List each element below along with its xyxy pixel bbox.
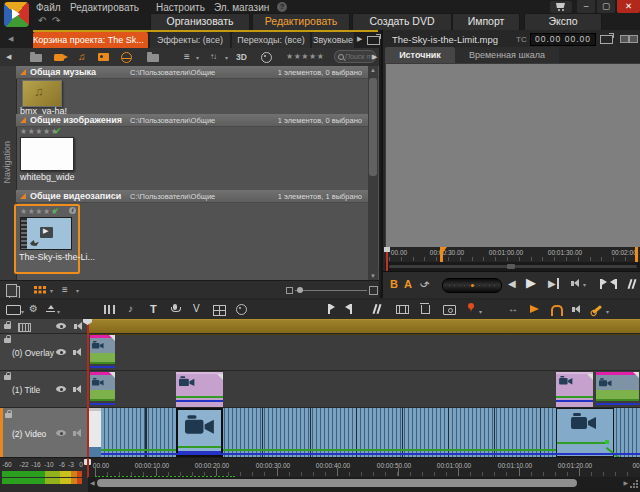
disc-menu-icon[interactable] <box>236 304 247 315</box>
video-thumbnail[interactable]: ▶ <box>20 217 72 250</box>
send-to-timeline-icon[interactable]: ↷ <box>420 276 430 290</box>
mark-out-icon[interactable] <box>350 304 352 314</box>
timecode-field[interactable]: 00.00 00.00 <box>530 33 596 46</box>
tab-sound-effects[interactable]: Звуковые <box>312 32 354 48</box>
collections-icon[interactable] <box>147 54 159 62</box>
mark-in-icon[interactable] <box>328 304 330 314</box>
track-header-video-active[interactable]: (2) Video <box>0 408 88 457</box>
rating-filter-stars[interactable]: ★★★★★ <box>286 52 324 61</box>
timeline-playhead[interactable] <box>87 319 89 457</box>
lock-icon[interactable] <box>4 375 11 380</box>
menu-setup[interactable]: Настроить <box>156 2 205 13</box>
tab-effects[interactable]: Эффекты: (все) <box>150 32 230 48</box>
chevron-down-icon[interactable]: ▾ <box>583 281 586 288</box>
lock-icon[interactable] <box>4 338 11 343</box>
lock-icon[interactable] <box>5 413 12 418</box>
music-filter-icon[interactable]: ♫ <box>78 51 86 62</box>
zoom-slider-thumb[interactable] <box>297 287 303 293</box>
pan-line[interactable] <box>101 453 640 455</box>
group-header-videos[interactable]: Общие видеозаписи C:\Пользователи\Общие … <box>16 190 368 203</box>
chevron-down-icon[interactable]: ▾ <box>76 287 79 294</box>
settings-gear-icon[interactable]: ⚙ <box>29 303 38 314</box>
timeline-settings-wrench-icon[interactable] <box>592 305 601 313</box>
volume-icon[interactable] <box>571 281 574 286</box>
tab-import[interactable]: Импорт <box>452 13 520 31</box>
menu-file[interactable]: Файл <box>36 2 61 13</box>
tab-create-dvd[interactable]: Создать DVD <box>352 13 452 31</box>
music-thumbnail[interactable]: ♫ <box>22 80 62 107</box>
mark-a-button[interactable]: A <box>404 278 412 290</box>
3d-filter-button[interactable]: 3D <box>236 52 247 62</box>
menu-edit[interactable]: Редактировать <box>70 2 139 13</box>
videos-filter-icon[interactable] <box>54 54 64 61</box>
trim-mode-icon[interactable] <box>46 305 55 313</box>
razor-split-icon[interactable] <box>372 304 382 314</box>
zoom-out-box[interactable] <box>286 287 293 294</box>
menu-store[interactable]: Эл. магазин <box>214 2 269 13</box>
sort-icon[interactable]: ↑↓ <box>210 52 216 61</box>
item-rating-stars[interactable]: ★★★★★ <box>20 127 58 136</box>
timeline-clip[interactable] <box>556 408 614 457</box>
magnet-snap-icon[interactable] <box>551 305 563 316</box>
scorefitter-icon[interactable]: ♪ <box>128 303 133 314</box>
lock-icon[interactable] <box>4 324 11 329</box>
minimize-button[interactable]: – <box>577 0 595 13</box>
title-editor-button[interactable]: T <box>150 303 157 315</box>
audio-monitor-icon[interactable] <box>572 307 575 312</box>
track-header-overlay[interactable]: (0) Overlay <box>0 334 88 370</box>
resize-grip-icon[interactable] <box>636 480 638 482</box>
redo-icon[interactable]: ↷ <box>52 15 60 26</box>
detach-panel-icon[interactable] <box>367 36 380 45</box>
track-header-0[interactable] <box>0 319 88 333</box>
next-frame-icon[interactable]: ▶ <box>548 278 559 289</box>
tab-transitions[interactable]: Переходы: (все) <box>232 32 310 48</box>
keyframe-tool-button[interactable]: V <box>193 303 200 314</box>
chevron-down-icon[interactable]: ▾ <box>50 287 53 294</box>
player-playhead-handle[interactable] <box>384 247 390 252</box>
timeline-clip[interactable] <box>90 372 115 406</box>
library-scrollbar[interactable]: ▲ ▼ <box>368 66 378 280</box>
video-item-selected[interactable]: ★★★★★ ✓ i ▶ The-Sky-is-the-Li... <box>14 204 80 274</box>
jog-shuttle[interactable] <box>442 278 502 293</box>
help-icon[interactable]: ? <box>277 2 287 12</box>
zoom-in-box[interactable] <box>369 286 378 295</box>
speaker-icon[interactable] <box>73 350 76 355</box>
eye-icon[interactable] <box>56 386 66 392</box>
volume-line[interactable] <box>101 449 176 451</box>
volume-line[interactable] <box>223 449 556 451</box>
tab-scroll-left-icon[interactable]: ◀ <box>8 35 13 43</box>
undo-icon[interactable]: ↶ <box>38 15 46 26</box>
scrollbar-thumb[interactable] <box>369 78 377 176</box>
audio-mixer-icon[interactable] <box>104 305 115 314</box>
eye-icon[interactable] <box>56 430 66 436</box>
track-header-title[interactable]: (1) Title <box>0 371 88 407</box>
projects-filter-icon[interactable] <box>121 52 132 63</box>
timeline-clip-selected[interactable] <box>176 408 223 457</box>
tab-project-bin[interactable]: Корзина проекта: The Sk... × <box>33 32 148 48</box>
group-header-music[interactable]: Общая музыка C:\Пользователи\Общие 1 эле… <box>16 66 368 79</box>
voiceover-mic-icon[interactable] <box>173 304 177 310</box>
tab-edit[interactable]: Редактировать <box>252 13 350 31</box>
scrollbar-thumb[interactable] <box>97 479 577 487</box>
photos-filter-icon[interactable] <box>98 53 109 61</box>
player-scrub-strip[interactable] <box>385 262 640 271</box>
speaker-icon[interactable] <box>74 324 77 329</box>
timeline-clip[interactable] <box>90 335 115 369</box>
eye-icon[interactable] <box>56 349 66 355</box>
prev-frame-icon[interactable]: ◀ <box>508 278 516 289</box>
tab-export[interactable]: Экспо <box>524 13 602 31</box>
speaker-icon[interactable] <box>73 431 76 436</box>
timeline-ruler[interactable]: 00.00 00:00:10.00 00:00:20.00 00:00:30.0… <box>88 457 640 478</box>
volume-fade-handle[interactable] <box>605 440 609 444</box>
zoom-slider-track[interactable] <box>295 290 367 291</box>
timeline-clip[interactable] <box>556 372 593 408</box>
scroll-left-icon[interactable]: ◀ <box>90 479 95 486</box>
play-icon[interactable]: ▶ <box>526 275 536 290</box>
maximize-button[interactable]: ▢ <box>597 0 615 13</box>
scroll-down-icon[interactable]: ▼ <box>370 273 376 279</box>
smart-insert-icon[interactable] <box>530 305 539 313</box>
timeline-clip[interactable] <box>596 372 639 406</box>
image-thumbnail[interactable] <box>20 137 74 171</box>
info-icon[interactable]: i <box>69 207 76 214</box>
tab-timeline-view[interactable]: Временная шкала <box>455 47 559 63</box>
